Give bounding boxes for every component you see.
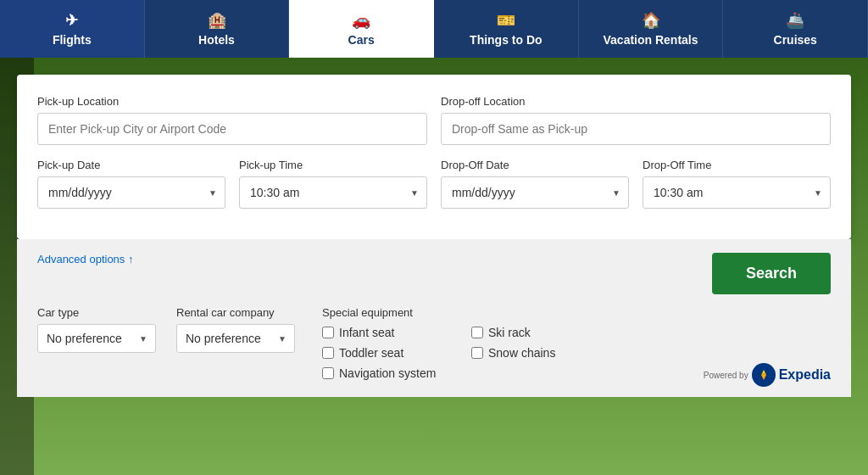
ski-rack-label: Ski rack bbox=[488, 326, 531, 339]
dropoff-location-label: Drop-off Location bbox=[441, 95, 831, 108]
checkbox-item-toddler-seat[interactable]: Toddler seat bbox=[322, 346, 458, 360]
nav-item-cars[interactable]: 🚗 Cars bbox=[289, 0, 434, 58]
pickup-time-select[interactable]: 10:30 am bbox=[239, 176, 427, 209]
expedia-text: Expedia bbox=[779, 367, 831, 383]
pickup-date-group: Pick-up Date mm/dd/yyyy bbox=[37, 159, 225, 209]
vacation-rentals-label: Vacation Rentals bbox=[604, 33, 698, 47]
pickup-date-wrapper: mm/dd/yyyy bbox=[37, 176, 225, 209]
car-type-group: Car type No preference bbox=[37, 306, 156, 353]
ski-rack-checkbox[interactable] bbox=[471, 327, 483, 338]
rental-company-label: Rental car company bbox=[176, 306, 295, 319]
dropoff-date-wrapper: mm/dd/yyyy bbox=[441, 176, 629, 209]
rental-company-group: Rental car company No preference bbox=[176, 306, 295, 353]
checkbox-item-ski-rack[interactable]: Ski rack bbox=[471, 326, 607, 339]
things-to-do-icon: 🎫 bbox=[497, 11, 515, 30]
expedia-footer: Powered by Expedia bbox=[704, 363, 831, 387]
pickup-location-label: Pick-up Location bbox=[37, 95, 427, 108]
advanced-options-link[interactable]: Advanced options ↑ bbox=[37, 253, 133, 265]
dropoff-date-select[interactable]: mm/dd/yyyy bbox=[441, 176, 629, 209]
hotels-icon: 🏨 bbox=[208, 11, 226, 30]
rental-company-select[interactable]: No preference bbox=[176, 324, 295, 353]
checkbox-item-infant-seat[interactable]: Infant seat bbox=[322, 326, 458, 339]
flights-label: Flights bbox=[53, 33, 92, 47]
infant-seat-checkbox[interactable] bbox=[322, 327, 334, 338]
pickup-time-wrapper: 10:30 am bbox=[239, 176, 427, 209]
navigation-bar: ✈ Flights 🏨 Hotels 🚗 Cars 🎫 Things to Do… bbox=[0, 0, 868, 58]
toddler-seat-label: Toddler seat bbox=[339, 346, 403, 360]
car-type-label: Car type bbox=[37, 306, 156, 319]
powered-by-text: Powered by bbox=[704, 371, 748, 380]
pickup-date-label: Pick-up Date bbox=[37, 159, 225, 171]
checkbox-item-navigation-system[interactable]: Navigation system bbox=[322, 366, 458, 380]
snow-chains-label: Snow chains bbox=[488, 346, 555, 360]
pickup-location-input[interactable] bbox=[37, 113, 427, 145]
pickup-time-label: Pick-up Time bbox=[239, 159, 427, 171]
snow-chains-checkbox[interactable] bbox=[471, 347, 483, 359]
car-type-select[interactable]: No preference bbox=[37, 324, 156, 353]
dropoff-time-label: Drop-Off Time bbox=[643, 159, 831, 171]
nav-item-cruises[interactable]: 🚢 Cruises bbox=[723, 0, 868, 58]
special-equipment-group: Special equipment Infant seat Ski rack T… bbox=[322, 306, 607, 380]
date-time-row: Pick-up Date mm/dd/yyyy Pick-up Time 10:… bbox=[37, 159, 831, 209]
checkbox-item-snow-chains[interactable]: Snow chains bbox=[471, 346, 607, 360]
things-to-do-label: Things to Do bbox=[470, 33, 542, 47]
dropoff-time-wrapper: 10:30 am bbox=[643, 176, 831, 209]
navigation-system-checkbox[interactable] bbox=[322, 367, 334, 379]
cars-label: Cars bbox=[348, 33, 375, 47]
expedia-logo: Expedia bbox=[752, 363, 831, 387]
flights-icon: ✈ bbox=[65, 11, 78, 30]
nav-item-flights[interactable]: ✈ Flights bbox=[0, 0, 145, 58]
main-search-card: Pick-up Location Drop-off Location Pick-… bbox=[17, 75, 851, 239]
navigation-system-label: Navigation system bbox=[339, 366, 436, 380]
cruises-icon: 🚢 bbox=[786, 11, 804, 30]
nav-item-hotels[interactable]: 🏨 Hotels bbox=[145, 0, 290, 58]
rental-company-select-wrapper: No preference bbox=[176, 324, 295, 353]
vacation-rentals-icon: 🏠 bbox=[642, 11, 660, 30]
dropoff-location-group: Drop-off Location bbox=[441, 95, 831, 145]
infant-seat-label: Infant seat bbox=[339, 326, 394, 339]
cars-icon: 🚗 bbox=[352, 11, 370, 30]
special-equipment-label: Special equipment bbox=[322, 306, 607, 319]
car-type-select-wrapper: No preference bbox=[37, 324, 156, 353]
pickup-time-group: Pick-up Time 10:30 am bbox=[239, 159, 427, 209]
dropoff-location-input[interactable] bbox=[441, 113, 831, 145]
dropoff-time-group: Drop-Off Time 10:30 am bbox=[643, 159, 831, 209]
expedia-icon bbox=[756, 367, 771, 383]
nav-item-vacation-rentals[interactable]: 🏠 Vacation Rentals bbox=[579, 0, 724, 58]
toddler-seat-checkbox[interactable] bbox=[322, 347, 334, 359]
nav-item-things-to-do[interactable]: 🎫 Things to Do bbox=[434, 0, 579, 58]
advanced-header: Advanced options ↑ Search bbox=[37, 253, 831, 294]
advanced-options-section: Advanced options ↑ Search Car type No pr… bbox=[17, 239, 851, 397]
dropoff-date-label: Drop-Off Date bbox=[441, 159, 629, 171]
pickup-location-group: Pick-up Location bbox=[37, 95, 427, 145]
cruises-label: Cruises bbox=[774, 33, 817, 47]
dropoff-time-select[interactable]: 10:30 am bbox=[643, 176, 831, 209]
hotels-label: Hotels bbox=[198, 33, 235, 47]
pickup-date-select[interactable]: mm/dd/yyyy bbox=[37, 176, 225, 209]
search-button[interactable]: Search bbox=[712, 253, 831, 294]
dropoff-date-group: Drop-Off Date mm/dd/yyyy bbox=[441, 159, 629, 209]
expedia-circle-icon bbox=[752, 363, 776, 387]
location-row: Pick-up Location Drop-off Location bbox=[37, 95, 831, 145]
checkbox-grid: Infant seat Ski rack Toddler seat Snow c… bbox=[322, 326, 607, 380]
